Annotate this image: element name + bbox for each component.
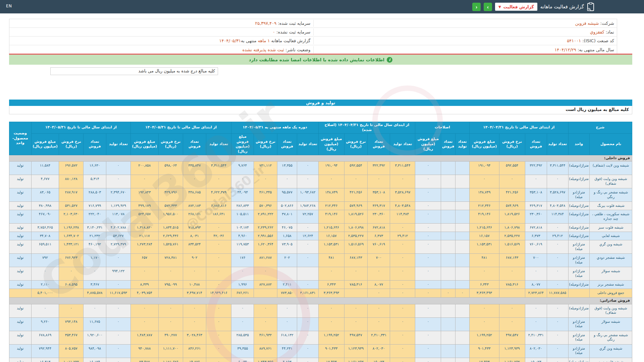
value-cell: ۰ bbox=[415, 317, 441, 331]
value-cell: ۰ bbox=[206, 344, 231, 358]
value-cell: ۰ bbox=[415, 331, 441, 344]
value-cell: ۱۱,۷۸۷,۵۸۵ bbox=[547, 289, 568, 298]
signature-match-notice-text: اطلاعات نمایش داده شده با اطلاعات امضا ش… bbox=[249, 57, 385, 62]
value-cell: ۰ bbox=[206, 331, 231, 344]
value-cell: ۸,۰۳۱ bbox=[183, 232, 206, 240]
value-cell: ۱۱۹,۷۵۳ bbox=[231, 240, 254, 254]
top-bar-right-cluster: گزارش فعالیت ماهانه گزارش فعالیت ▼ › ‹ bbox=[472, 0, 594, 13]
status-cell: تولید bbox=[9, 240, 32, 254]
previous-report-button[interactable]: ‹ bbox=[472, 3, 481, 11]
table-row: شیشه مشجر برنزمتراژ(دومیله)۰۸,۰۷۷۷۸۵,۳۱۶… bbox=[9, 281, 632, 289]
value-cell: ۰ bbox=[344, 267, 367, 281]
value-cell: ۰ bbox=[106, 304, 130, 317]
value-cell: ۷۷۳,۸۵۰ bbox=[277, 289, 297, 298]
value-cell: ۰ bbox=[390, 175, 415, 188]
value-cell: ۰ bbox=[297, 281, 318, 289]
value-cell: ۹۴۰,۷۸۸ bbox=[130, 344, 158, 358]
value-cell: ۰ bbox=[547, 304, 568, 317]
value-cell: ۷۶۰,۶۱۹ bbox=[368, 240, 390, 254]
column-header: تعداد تولید bbox=[547, 133, 568, 155]
value-cell: ۱,۹۸۳,۲۶۸ bbox=[297, 202, 318, 210]
value-cell bbox=[59, 289, 84, 298]
value-cell: ۳,۳۶۳,۴۹۳ bbox=[318, 289, 344, 298]
value-cell: ۱۰۵,۵۱۱ bbox=[231, 210, 254, 224]
value-cell: ۴,۸۷۵,۵۷۸ bbox=[84, 289, 106, 298]
value-cell: ۳,۳۱۱,۵۴۴ bbox=[206, 162, 231, 175]
value-cell: ۰ bbox=[390, 344, 415, 358]
value-cell: ۶,۳۴۳ bbox=[318, 281, 344, 289]
value-cell: ۳۷,۸۰۱ bbox=[277, 210, 297, 224]
table-amounts-note: کلیه مبالغ به میلیون ریال است bbox=[9, 106, 632, 114]
value-cell: ۸۲۷,۸۷۲ bbox=[254, 281, 277, 289]
value-cell: ۰ bbox=[390, 358, 415, 362]
table-row: شیشه لعابيمتراژ(دومیله)۲۹,۴۱۲۶,۳۷۳۲,۵۳۵,… bbox=[9, 232, 632, 240]
value-cell: ۰ bbox=[297, 254, 318, 267]
value-cell: ۴,۶۷۷ bbox=[31, 175, 59, 188]
value-cell: ۲,۵۳۵,۲۲۷ bbox=[499, 232, 525, 240]
value-cell: ۳,۵۲۸,۶۹۷ bbox=[390, 188, 415, 202]
value-cell: ۰ bbox=[254, 175, 277, 188]
info-cell-right: شرکت: شیشه قزوین bbox=[313, 20, 617, 27]
value-cell: ۴,۸۰۳,۵۴۸ bbox=[547, 202, 568, 210]
value-cell: ۸۳,۰۶۵ bbox=[31, 188, 59, 202]
value-cell: ۱,۱۶۱,۷۵۲ bbox=[344, 358, 367, 362]
value-cell bbox=[455, 210, 469, 224]
value-cell: ۱۲,۶۲۴ bbox=[297, 232, 318, 240]
column-header: واحد bbox=[568, 133, 589, 155]
value-cell: ۴,۰۳۹,۷۵۴ bbox=[130, 289, 158, 298]
column-header: مبلغ فروش (میلیون ریال) bbox=[415, 133, 441, 155]
value-cell bbox=[441, 344, 455, 358]
value-cell: ۳,۷۵۶,۴۶۵ bbox=[31, 224, 59, 232]
report-type-dropdown-label: گزارش فعالیت bbox=[503, 4, 534, 9]
value-cell: ۰ bbox=[368, 304, 390, 317]
column-header: نرخ فروش (ریال) bbox=[344, 133, 367, 155]
next-report-button[interactable]: › bbox=[484, 3, 492, 11]
table-row: شیشه سکوریت ، طلقي ، چند جدارهمتراژ(دومی… bbox=[9, 210, 632, 224]
signature-match-notice: i اطلاعات نمایش داده شده با اطلاعات امضا… bbox=[9, 55, 632, 65]
value-cell bbox=[158, 289, 183, 298]
value-cell: ۷۹۳,۱۴۸ bbox=[59, 317, 84, 331]
value-cell: ۰ bbox=[415, 289, 441, 298]
value-cell: ۰ bbox=[158, 267, 183, 281]
value-cell: ۰ bbox=[254, 304, 277, 317]
product-name-cell: شیشه وین لایت (شفاف) bbox=[590, 162, 632, 175]
value-cell: ۰ bbox=[106, 162, 130, 175]
value-cell: ۰ bbox=[368, 317, 390, 331]
unit-cell: متراژ(دومیله) bbox=[568, 281, 589, 289]
status-cell: تولید bbox=[9, 202, 32, 210]
report-type-dropdown[interactable]: گزارش فعالیت ▼ bbox=[495, 3, 537, 11]
value-cell: ۰ bbox=[547, 358, 568, 362]
value-cell: ۰ bbox=[297, 317, 318, 331]
value-cell: ۰ bbox=[297, 304, 318, 317]
value-cell: ۰ bbox=[547, 331, 568, 344]
value-cell: ۱۷,۴۵۳ bbox=[318, 358, 344, 362]
value-cell: ۴۱۹,۱۴۶ bbox=[318, 210, 344, 224]
value-cell: ۰ bbox=[106, 254, 130, 267]
value-cell: ۱,۲۷۳,۲۸۴ bbox=[130, 240, 158, 254]
value-cell: ۶۷۸,۸۶۹ bbox=[31, 331, 59, 344]
value-cell: ۰ bbox=[106, 317, 130, 331]
value-cell: ۳۵۳,۱۰۸ bbox=[525, 188, 547, 202]
value-cell: ۲,۴۱۰,۳۳۱ bbox=[368, 331, 390, 344]
value-cell bbox=[455, 162, 469, 175]
value-cell: ۲۱,۱۱۷ bbox=[130, 232, 158, 240]
value-cell: ۴۴,۲۳۱ bbox=[277, 344, 297, 358]
value-cell: ۰ bbox=[470, 267, 499, 281]
top-bar: گزارش فعالیت ماهانه گزارش فعالیت ▼ › ‹ E… bbox=[0, 0, 644, 13]
value-cell: ۰ bbox=[130, 304, 158, 317]
language-toggle-en[interactable]: EN bbox=[6, 4, 12, 8]
value-cell bbox=[455, 254, 469, 267]
total-row: جمع فروش داخلی۱۱,۷۸۷,۵۸۵۲,۷۲۳,۸۶۴۳,۳۶۳,۴… bbox=[9, 289, 632, 298]
value-cell: ۰ bbox=[415, 240, 441, 254]
info-cell-left: وضعیت ناشر: ثبت شده پذیرفته نشده bbox=[9, 46, 313, 53]
value-cell: ۰ bbox=[206, 240, 231, 254]
product-name-cell: شیشه وین گري bbox=[590, 240, 632, 254]
value-cell: ۵۰۲,۸۶۶ bbox=[277, 202, 297, 210]
status-cell: تولید bbox=[9, 188, 32, 202]
value-cell: ۱۷۶ bbox=[231, 254, 254, 267]
value-cell: ۲۰۰,۸۵۸ bbox=[130, 162, 158, 175]
value-cell: ۰ bbox=[84, 304, 106, 317]
value-cell: ۷۹۲,۹۴۴ bbox=[31, 344, 59, 358]
value-cell: ۱,۸۱۹,۵۲۶ bbox=[344, 210, 367, 224]
column-header: نرخ فروش (ریال) bbox=[499, 133, 525, 155]
